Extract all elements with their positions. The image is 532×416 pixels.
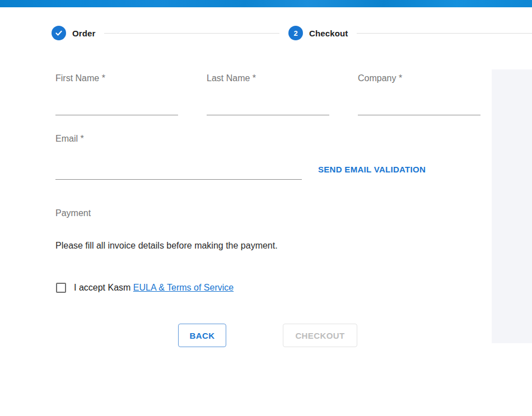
- first-name-label: First Name *: [55, 73, 178, 83]
- company-field: Company *: [358, 73, 480, 115]
- email-field: Email *: [55, 133, 302, 180]
- invoice-name-row: First Name * Last Name * Company *: [55, 73, 481, 115]
- eula-label: I accept Kasm EULA & Terms of Service: [74, 283, 234, 293]
- eula-label-prefix: I accept Kasm: [74, 283, 133, 292]
- email-label: Email *: [55, 133, 302, 144]
- stepper-connector: [357, 33, 532, 34]
- send-email-validation-button[interactable]: SEND EMAIL VALIDATION: [318, 165, 426, 174]
- checkout-stepper: Order 2 Checkout: [52, 26, 532, 40]
- company-label: Company *: [358, 73, 480, 83]
- eula-checkbox[interactable]: [56, 283, 66, 293]
- back-button[interactable]: BACK: [178, 324, 226, 347]
- check-icon: [55, 29, 63, 37]
- last-name-label: Last Name *: [207, 73, 329, 83]
- payment-section-heading: Payment: [55, 208, 481, 218]
- step-completed-circle: [52, 26, 66, 40]
- last-name-field: Last Name *: [207, 73, 329, 115]
- checkout-form: First Name * Last Name * Company * Email…: [55, 73, 481, 347]
- checkout-button[interactable]: CHECKOUT: [283, 324, 357, 347]
- email-row: Email * SEND EMAIL VALIDATION: [55, 133, 481, 180]
- eula-terms-link[interactable]: EULA & Terms of Service: [133, 283, 234, 292]
- stepper-connector: [104, 33, 279, 34]
- first-name-field: First Name *: [55, 73, 178, 115]
- step-number-circle: 2: [288, 26, 303, 40]
- payment-note: Please fill all invoice details before m…: [55, 240, 481, 251]
- step-order-label: Order: [72, 29, 95, 38]
- stepper-step-checkout[interactable]: 2 Checkout: [288, 26, 348, 40]
- order-summary-panel: [492, 69, 532, 343]
- step-checkout-label: Checkout: [309, 29, 348, 38]
- email-input[interactable]: [55, 144, 302, 180]
- form-actions: BACK CHECKOUT: [55, 324, 481, 347]
- first-name-input[interactable]: [55, 83, 178, 115]
- top-app-bar: [0, 0, 532, 7]
- company-input[interactable]: [358, 83, 480, 115]
- eula-checkbox-row: I accept Kasm EULA & Terms of Service: [55, 283, 481, 293]
- stepper-step-order[interactable]: Order: [52, 26, 95, 40]
- last-name-input[interactable]: [207, 83, 329, 115]
